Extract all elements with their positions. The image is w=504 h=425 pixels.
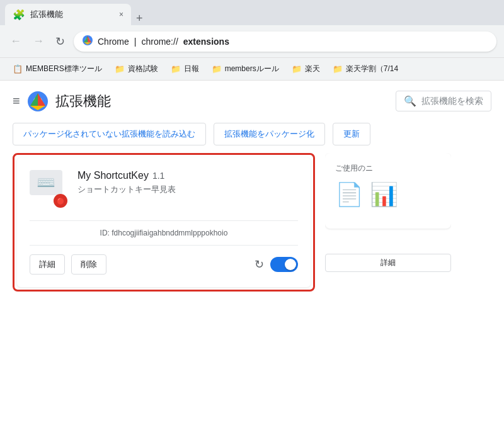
bookmark-icon-rakutengaku: 📁 xyxy=(333,64,343,74)
extension-actions: 詳細 削除 ↻ xyxy=(30,254,298,275)
reload-extension-button[interactable]: ↻ xyxy=(255,258,264,271)
extension-card-wrapper: ⌨️ 🔴 My ShortcutKey 1.1 ショートカットキー早見表 xyxy=(13,153,315,292)
tab-title: 拡張機能 xyxy=(30,9,114,20)
active-tab[interactable]: 🧩 拡張機能 × xyxy=(5,4,131,25)
right-icon-row: 📄 📊 xyxy=(335,181,441,208)
extension-badge: 🔴 xyxy=(54,194,67,208)
bookmark-rakuten[interactable]: 📁 楽天 xyxy=(287,61,325,77)
bookmark-label-members: MEMBERS標準ツール xyxy=(26,64,102,74)
badge-icon: 🔴 xyxy=(57,198,64,205)
search-icon: 🔍 xyxy=(404,95,416,107)
right-header: ご使用のニ xyxy=(335,163,441,174)
right-detail-button[interactable]: 詳細 xyxy=(325,254,451,272)
extension-version: 1.1 xyxy=(152,171,164,181)
tab-close-button[interactable]: × xyxy=(119,10,123,19)
extension-icon-bg: ⌨️ xyxy=(30,170,62,195)
delete-button[interactable]: 削除 xyxy=(71,254,106,275)
slides-icon: 📊 xyxy=(370,181,398,208)
bookmark-rule[interactable]: 📁 membersルール xyxy=(207,61,284,77)
chrome-logo-address xyxy=(83,35,93,47)
extension-info: My ShortcutKey 1.1 ショートカットキー早見表 xyxy=(77,170,298,195)
extension-description: ショートカットキー早見表 xyxy=(77,184,298,195)
bookmark-icon-members: 📋 xyxy=(13,64,23,74)
bookmark-icon-rule: 📁 xyxy=(212,64,222,74)
extension-id: ID: fdhcogjiifiaigahbnddmmlpppokhoio xyxy=(30,220,298,246)
extension-name-row: My ShortcutKey 1.1 xyxy=(77,170,298,181)
search-placeholder: 拡張機能を検索 xyxy=(421,96,483,107)
bookmark-label-rakutengaku: 楽天学割（7/14 xyxy=(346,64,398,74)
bookmark-shikaku[interactable]: 📁 資格試験 xyxy=(110,61,163,77)
bookmark-nippo[interactable]: 📁 日報 xyxy=(166,61,204,77)
bookmark-label-rule: membersルール xyxy=(225,64,279,74)
detail-button[interactable]: 詳細 xyxy=(30,254,65,275)
bookmark-members[interactable]: 📋 MEMBERS標準ツール xyxy=(8,61,107,77)
address-input[interactable]: Chrome | chrome://extensions xyxy=(74,31,496,52)
chrome-logo xyxy=(28,91,48,111)
extension-icon-wrap: ⌨️ 🔴 xyxy=(30,170,67,208)
tab-area: 🧩 拡張機能 × + xyxy=(5,0,143,25)
load-unpacked-button[interactable]: パッケージ化されていない拡張機能を読み込む xyxy=(13,123,206,145)
address-separator: | xyxy=(134,37,137,47)
bookmark-label-shikaku: 資格試験 xyxy=(128,64,158,74)
address-path: extensions xyxy=(183,37,229,47)
address-scheme: chrome:// xyxy=(141,37,178,47)
search-box[interactable]: 🔍 拡張機能を検索 xyxy=(396,91,491,111)
title-bar: 🧩 拡張機能 × + xyxy=(0,0,504,25)
main-content: ⌨️ 🔴 My ShortcutKey 1.1 ショートカットキー早見表 xyxy=(0,153,504,292)
hamburger-icon[interactable]: ≡ xyxy=(13,94,20,108)
extension-name: My ShortcutKey xyxy=(77,170,149,181)
bookmark-rakutengaku[interactable]: 📁 楽天学割（7/14 xyxy=(328,61,403,77)
keyboard-icon: ⌨️ xyxy=(37,174,55,191)
address-bar: ← → ↻ Chrome | chrome://extensions xyxy=(0,25,504,58)
extensions-header: ≡ 拡張機能 🔍 拡張機能を検索 xyxy=(0,81,504,118)
tab-favicon: 🧩 xyxy=(13,9,25,21)
address-chrome-label: Chrome xyxy=(98,37,129,47)
extension-top: ⌨️ 🔴 My ShortcutKey 1.1 ショートカットキー早見表 xyxy=(30,170,298,208)
bookmark-icon-shikaku: 📁 xyxy=(115,64,125,74)
page-title: 拡張機能 xyxy=(55,92,388,111)
update-button[interactable]: 更新 xyxy=(333,123,370,145)
action-row: パッケージ化されていない拡張機能を読み込む 拡張機能をパッケージ化 更新 xyxy=(0,118,504,153)
reload-button[interactable]: ↻ xyxy=(53,32,67,51)
docs-icon: 📄 xyxy=(335,181,364,208)
bookmark-label-nippo: 日報 xyxy=(184,64,199,74)
back-button[interactable]: ← xyxy=(8,32,24,50)
right-card: ご使用のニ 📄 📊 xyxy=(325,153,451,229)
pack-extension-button[interactable]: 拡張機能をパッケージ化 xyxy=(214,123,325,145)
new-tab-button[interactable]: + xyxy=(136,12,143,25)
bookmark-label-rakuten: 楽天 xyxy=(305,64,320,74)
extension-toggle[interactable] xyxy=(270,257,298,272)
bookmark-icon-rakuten: 📁 xyxy=(292,64,302,74)
right-panel: ご使用のニ 📄 📊 詳細 xyxy=(325,153,451,292)
extension-card: ⌨️ 🔴 My ShortcutKey 1.1 ショートカットキー早見表 xyxy=(17,157,311,287)
page-content: ≡ 拡張機能 🔍 拡張機能を検索 パッケージ化されていない拡張機能を読み込む 拡… xyxy=(0,81,504,425)
forward-button[interactable]: → xyxy=(30,32,47,50)
bookmark-icon-nippo: 📁 xyxy=(171,64,181,74)
bookmarks-bar: 📋 MEMBERS標準ツール 📁 資格試験 📁 日報 📁 membersルール … xyxy=(0,58,504,81)
